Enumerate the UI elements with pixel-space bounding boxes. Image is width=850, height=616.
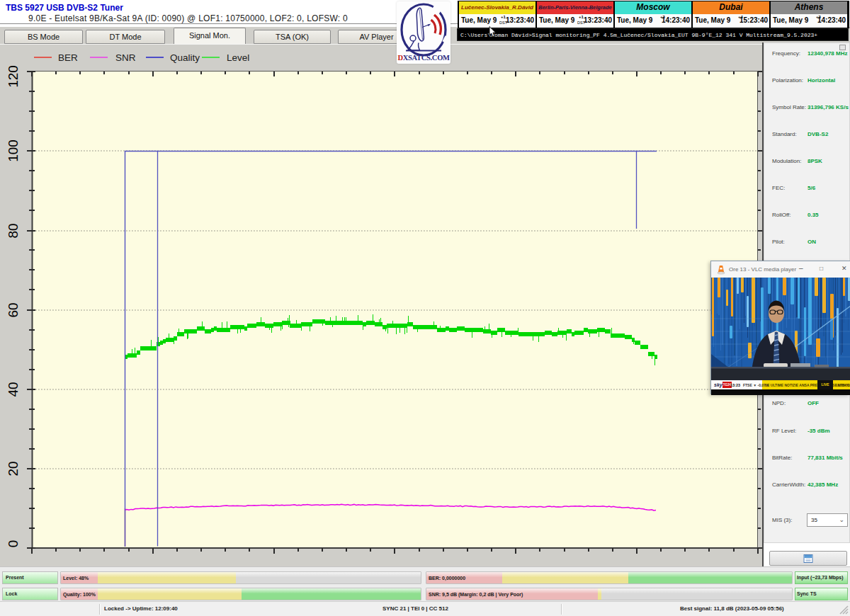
- svg-text:DXSATCS.COM: DXSATCS.COM: [397, 54, 450, 62]
